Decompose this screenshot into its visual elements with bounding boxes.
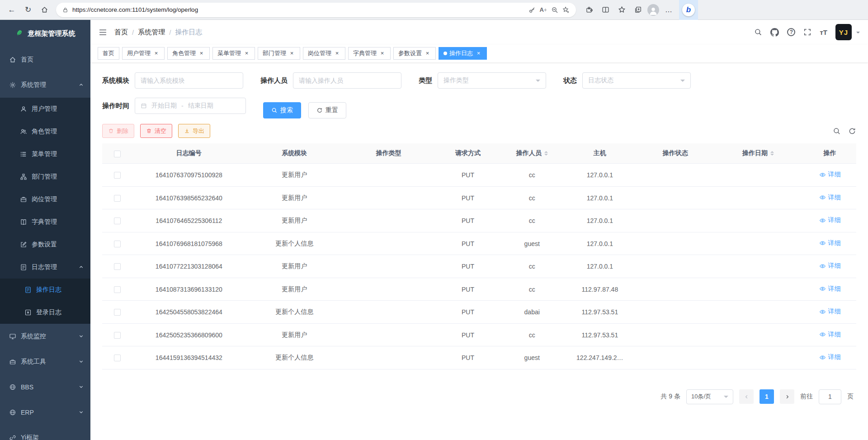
- row-checkbox[interactable]: [114, 241, 121, 247]
- page-size-select[interactable]: 10条/页: [686, 389, 733, 404]
- sort-control[interactable]: [770, 149, 774, 157]
- date-range-input[interactable]: 开始日期 - 结束日期: [135, 98, 246, 114]
- sidebar-item-system-tools[interactable]: 系统工具: [0, 349, 90, 374]
- sidebar-item-bbs[interactable]: BBS: [0, 374, 90, 400]
- table-row: 1641076465225306112 更新用户 PUT cc 127.0.0.…: [102, 209, 856, 232]
- user-avatar[interactable]: YJ: [835, 24, 852, 40]
- operator-input[interactable]: [293, 72, 401, 89]
- extensions-icon[interactable]: [582, 3, 596, 17]
- chevron-down-icon[interactable]: [856, 32, 860, 35]
- search-button[interactable]: 搜索: [263, 102, 301, 118]
- tab-role-management[interactable]: 角色管理×: [167, 47, 210, 60]
- sidebar-item-system-management[interactable]: 系统管理: [0, 72, 90, 98]
- help-icon[interactable]: ?: [787, 28, 795, 36]
- browser-home-icon[interactable]: [37, 3, 52, 17]
- type-select[interactable]: 操作类型: [438, 72, 546, 89]
- delete-button[interactable]: 删除: [102, 124, 134, 138]
- breadcrumb-home[interactable]: 首页: [114, 28, 128, 37]
- detail-link[interactable]: 详细: [819, 170, 841, 179]
- url-text[interactable]: https://ccnetcore.com:1101/system/log/op…: [72, 6, 524, 13]
- sidebar-item-dept-management[interactable]: 部门管理: [0, 166, 90, 188]
- collections-icon[interactable]: [631, 3, 645, 17]
- sort-control[interactable]: [544, 149, 548, 157]
- tab-dict-management[interactable]: 字典管理×: [348, 47, 391, 60]
- sidebar-item-erp[interactable]: ERP: [0, 400, 90, 425]
- search-toggle-icon[interactable]: [833, 127, 841, 135]
- export-button[interactable]: 导出: [178, 124, 210, 138]
- sidebar-item-operation-log[interactable]: 操作日志: [0, 279, 90, 301]
- row-checkbox[interactable]: [114, 195, 121, 202]
- breadcrumb-system-management[interactable]: 系统管理: [138, 28, 165, 37]
- sidebar-item-role-management[interactable]: 角色管理: [0, 120, 90, 143]
- read-aloud-icon[interactable]: A: [540, 6, 547, 13]
- row-checkbox[interactable]: [114, 332, 121, 339]
- more-menu-icon[interactable]: …: [662, 3, 675, 17]
- row-checkbox[interactable]: [114, 172, 121, 179]
- close-icon[interactable]: ×: [198, 50, 205, 57]
- row-checkbox[interactable]: [114, 286, 121, 293]
- row-checkbox[interactable]: [114, 309, 121, 316]
- status-select[interactable]: 日志状态: [582, 72, 691, 89]
- sidebar-item-dict-management[interactable]: 字典管理: [0, 211, 90, 233]
- detail-link[interactable]: 详细: [819, 285, 841, 293]
- reset-button[interactable]: 重置: [308, 102, 346, 118]
- tab-dept-management[interactable]: 部门管理×: [258, 47, 300, 60]
- fullscreen-icon[interactable]: [803, 28, 811, 36]
- sidebar-item-yi-framework[interactable]: Yi框架: [0, 425, 90, 440]
- select-all-checkbox[interactable]: [114, 151, 121, 157]
- refresh-icon[interactable]: [848, 127, 856, 135]
- back-icon[interactable]: ←: [5, 3, 19, 17]
- detail-link[interactable]: 详细: [819, 308, 841, 316]
- row-checkbox[interactable]: [114, 355, 121, 361]
- close-icon[interactable]: ×: [379, 50, 386, 57]
- tab-menu-management[interactable]: 菜单管理×: [212, 47, 255, 60]
- password-key-icon[interactable]: [528, 6, 536, 14]
- reload-icon[interactable]: ↻: [21, 3, 35, 17]
- row-checkbox[interactable]: [114, 263, 121, 270]
- detail-link[interactable]: 详细: [819, 331, 841, 339]
- profile-avatar[interactable]: [647, 4, 659, 16]
- next-page-button[interactable]: [780, 389, 794, 404]
- sidebar-item-system-monitor[interactable]: 系统监控: [0, 324, 90, 349]
- close-icon[interactable]: ×: [243, 50, 250, 57]
- detail-link[interactable]: 详细: [819, 216, 841, 224]
- address-bar[interactable]: https://ccnetcore.com:1101/system/log/op…: [56, 3, 576, 17]
- reset-button-label: 重置: [326, 106, 338, 114]
- close-icon[interactable]: ×: [424, 50, 431, 57]
- close-icon[interactable]: ×: [475, 50, 482, 57]
- detail-link[interactable]: 详细: [819, 194, 841, 202]
- close-icon[interactable]: ×: [153, 50, 160, 57]
- detail-link[interactable]: 详细: [819, 239, 841, 247]
- module-input[interactable]: [135, 72, 243, 89]
- text-size-icon[interactable]: тT: [820, 28, 827, 36]
- sidebar-item-menu-management[interactable]: 菜单管理: [0, 143, 90, 166]
- sidebar-item-log-management[interactable]: 日志管理: [0, 256, 90, 279]
- row-checkbox[interactable]: [114, 218, 121, 224]
- add-favorite-icon[interactable]: [562, 6, 570, 14]
- goto-page-input[interactable]: [819, 389, 841, 404]
- split-screen-icon[interactable]: [599, 3, 612, 17]
- sidebar-item-param-settings[interactable]: 参数设置: [0, 233, 90, 256]
- sidebar-item-user-management[interactable]: 用户管理: [0, 98, 90, 120]
- sidebar-item-login-log[interactable]: 登录日志: [0, 301, 90, 324]
- favorites-icon[interactable]: [615, 3, 628, 17]
- prev-page-button[interactable]: [739, 389, 754, 404]
- tab-param-settings[interactable]: 参数设置×: [393, 47, 436, 60]
- sidebar-item-home[interactable]: 首页: [0, 47, 90, 72]
- close-icon[interactable]: ×: [288, 50, 295, 57]
- tab-post-management[interactable]: 岗位管理×: [303, 47, 345, 60]
- clear-button[interactable]: 清空: [140, 124, 172, 138]
- copilot-button[interactable]: b: [679, 0, 698, 20]
- detail-link[interactable]: 详细: [819, 353, 841, 361]
- sidebar-item-post-management[interactable]: 岗位管理: [0, 188, 90, 211]
- tab-user-management[interactable]: 用户管理×: [122, 47, 165, 60]
- detail-link[interactable]: 详细: [819, 262, 841, 270]
- current-page[interactable]: 1: [760, 389, 774, 404]
- github-icon[interactable]: [770, 28, 779, 37]
- tab-home[interactable]: 首页: [98, 47, 119, 60]
- tab-operation-log[interactable]: 操作日志×: [439, 47, 487, 60]
- close-icon[interactable]: ×: [334, 50, 340, 57]
- search-icon[interactable]: [754, 28, 762, 36]
- sidebar-toggle-icon[interactable]: [99, 28, 107, 37]
- zoom-out-icon[interactable]: [551, 6, 558, 14]
